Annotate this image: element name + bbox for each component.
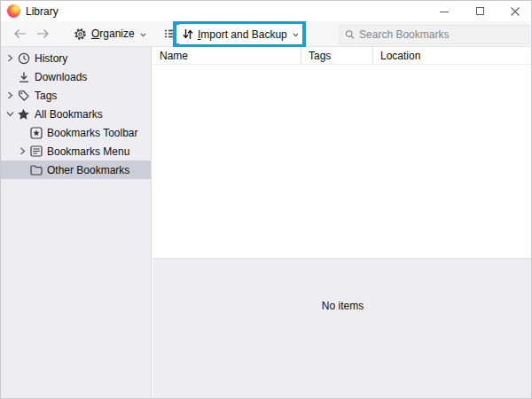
import-and-backup-label: Import and Backup: [198, 28, 287, 41]
organize-label: Organize: [91, 27, 135, 40]
chevron-right-icon[interactable]: [4, 54, 16, 62]
library-sidebar: History Downloads Tags All Bookmarks Boo…: [1, 47, 152, 399]
import-and-backup-button[interactable]: Import and Backup: [179, 24, 302, 44]
column-header-location[interactable]: Location: [372, 47, 532, 64]
window-controls: [426, 1, 532, 21]
star-icon: [16, 108, 31, 121]
organize-button[interactable]: Organize: [68, 23, 152, 44]
close-button[interactable]: [497, 1, 532, 21]
gear-icon: [74, 27, 87, 41]
sidebar-item-downloads[interactable]: Downloads: [1, 67, 151, 86]
sidebar-item-other-bookmarks[interactable]: Other Bookmarks: [1, 160, 151, 179]
search-box: [339, 25, 529, 44]
empty-state-message: No items: [153, 259, 532, 312]
import-export-arrows-icon: [183, 28, 193, 40]
firefox-logo-icon: [7, 4, 20, 18]
column-header-name[interactable]: Name: [153, 47, 301, 64]
forward-button[interactable]: [31, 23, 54, 44]
chevron-down-icon[interactable]: [4, 111, 16, 117]
maximize-icon: [476, 7, 484, 15]
forward-arrow-icon: [36, 28, 50, 39]
close-icon: [511, 7, 520, 16]
sidebar-item-label: All Bookmarks: [35, 108, 103, 121]
bookmarks-toolbar-icon: [28, 127, 43, 139]
sidebar-item-label: Downloads: [35, 71, 87, 83]
chevron-right-icon[interactable]: [17, 147, 28, 155]
tag-icon: [16, 90, 31, 102]
window-title: Library: [26, 5, 59, 18]
sidebar-item-bookmarks-toolbar[interactable]: Bookmarks Toolbar: [1, 123, 151, 142]
library-window: { "window": { "title": "Library" }, "too…: [0, 0, 532, 399]
detail-pane: No items: [153, 258, 532, 399]
sidebar-item-label: Tags: [35, 90, 57, 102]
sidebar-item-history[interactable]: History: [1, 49, 151, 67]
search-icon: [345, 29, 355, 40]
sidebar-item-label: Bookmarks Menu: [47, 145, 129, 158]
download-icon: [16, 71, 31, 83]
sidebar-item-bookmarks-menu[interactable]: Bookmarks Menu: [1, 142, 151, 160]
minimize-icon: [440, 7, 449, 16]
maximize-button[interactable]: [462, 1, 497, 21]
bookmarks-menu-icon: [28, 145, 43, 157]
sidebar-item-label: Other Bookmarks: [47, 164, 129, 176]
chevron-down-icon: [293, 33, 299, 37]
clock-icon: [16, 52, 31, 65]
column-header-row: Name Tags Location: [153, 47, 532, 65]
back-button[interactable]: [8, 23, 31, 44]
chevron-right-icon[interactable]: [4, 91, 16, 99]
title-bar: Library: [1, 1, 532, 21]
chevron-down-icon: [140, 33, 146, 37]
sidebar-item-all-bookmarks[interactable]: All Bookmarks: [1, 105, 151, 123]
column-header-tags[interactable]: Tags: [301, 47, 372, 64]
back-arrow-icon: [13, 28, 27, 39]
minimize-button[interactable]: [426, 1, 462, 21]
sidebar-item-label: Bookmarks Toolbar: [47, 127, 138, 139]
folder-icon: [28, 165, 43, 176]
sidebar-item-tags[interactable]: Tags: [1, 86, 151, 105]
search-input[interactable]: [359, 28, 523, 41]
views-list-icon: [164, 28, 176, 39]
sidebar-item-label: History: [35, 52, 67, 65]
